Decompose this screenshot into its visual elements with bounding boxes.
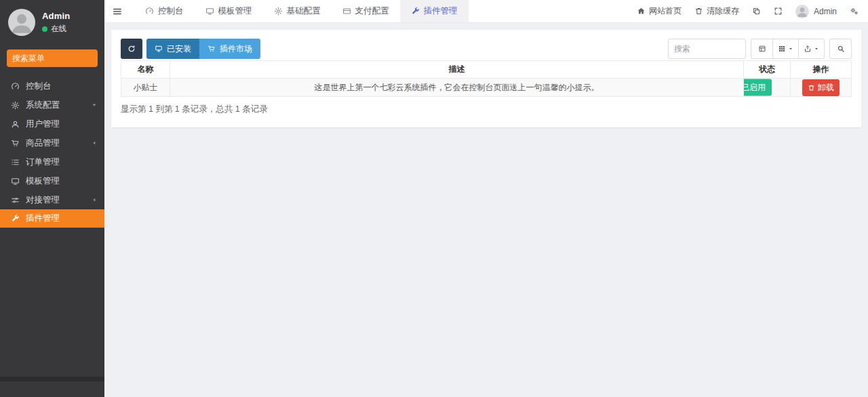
user-meta: Admin 在线 bbox=[42, 11, 70, 34]
card-view-icon bbox=[758, 45, 766, 53]
caret-down-icon bbox=[814, 46, 819, 51]
sidebar-item-label: 用户管理 bbox=[26, 119, 60, 130]
status-enabled-button[interactable]: 已启用 bbox=[744, 79, 772, 96]
copy-icon bbox=[752, 7, 761, 16]
list-icon bbox=[11, 158, 24, 167]
sidebar-item-plugins[interactable]: 插件管理 bbox=[0, 209, 104, 228]
desktop-icon bbox=[155, 45, 163, 53]
tab-payment-config[interactable]: 支付配置 bbox=[332, 0, 400, 22]
wrench-icon bbox=[11, 214, 24, 223]
fullscreen-button[interactable] bbox=[774, 7, 783, 16]
plugin-market-button[interactable]: 插件市场 bbox=[199, 39, 260, 59]
export-button[interactable] bbox=[799, 39, 825, 59]
topnav-tabs: 控制台 模板管理 基础配置 支付配置 插件管理 bbox=[134, 0, 469, 22]
sidebar-item-orders[interactable]: 订单管理 bbox=[0, 152, 104, 171]
tab-basic-config[interactable]: 基础配置 bbox=[263, 0, 332, 22]
columns-button[interactable] bbox=[773, 39, 799, 59]
sidebar-item-system-config[interactable]: 系统配置 bbox=[0, 96, 104, 114]
trash-icon bbox=[694, 7, 703, 16]
column-header-description: 描述 bbox=[170, 61, 744, 79]
sidebar-item-label: 系统配置 bbox=[26, 100, 60, 111]
column-header-actions: 操作 bbox=[791, 61, 852, 79]
sidebar-item-label: 商品管理 bbox=[26, 138, 60, 149]
toolbar-left: 已安装 插件市场 bbox=[121, 39, 260, 59]
export-icon bbox=[804, 45, 812, 53]
columns-icon bbox=[778, 45, 786, 53]
installed-label: 已安装 bbox=[167, 43, 191, 55]
user-panel: Admin 在线 bbox=[0, 0, 104, 44]
tab-templates[interactable]: 模板管理 bbox=[195, 0, 263, 22]
home-icon bbox=[637, 7, 646, 16]
app-root: Admin 在线 控制台 系统配置 bbox=[0, 0, 868, 397]
credit-card-icon bbox=[342, 7, 351, 16]
cogs-icon bbox=[850, 7, 859, 16]
plugin-description-cell: 这是世界上第一个七彩云系统插件，它会在控制台页面送上一句温馨的小提示。 bbox=[170, 79, 744, 97]
sidebar-item-users[interactable]: 用户管理 bbox=[0, 114, 104, 133]
topnav: 控制台 模板管理 基础配置 支付配置 插件管理 网站首页 bbox=[104, 0, 868, 23]
dashboard-icon bbox=[145, 7, 154, 16]
sliders-icon bbox=[11, 196, 24, 205]
installed-button[interactable]: 已安装 bbox=[146, 39, 199, 59]
cart-icon bbox=[208, 45, 216, 53]
cart-icon bbox=[11, 139, 24, 148]
tab-label: 支付配置 bbox=[355, 5, 389, 17]
sidebar: Admin 在线 控制台 系统配置 bbox=[0, 0, 104, 397]
sidebar-item-label: 模板管理 bbox=[26, 175, 60, 187]
avatar bbox=[795, 5, 809, 18]
online-dot bbox=[42, 26, 47, 32]
tab-dashboard[interactable]: 控制台 bbox=[134, 0, 195, 22]
uninstall-button[interactable]: 卸载 bbox=[802, 79, 840, 96]
tab-label: 控制台 bbox=[158, 5, 184, 17]
table-row: 小贴士 这是世界上第一个七彩云系统插件，它会在控制台页面送上一句温馨的小提示。 … bbox=[121, 79, 852, 97]
user-status: 在线 bbox=[42, 24, 70, 34]
sidebar-item-templates[interactable]: 模板管理 bbox=[0, 171, 104, 190]
gear-icon bbox=[11, 101, 24, 110]
plugins-panel: 已安装 插件市场 bbox=[111, 30, 861, 127]
column-header-status: 状态 bbox=[744, 61, 791, 79]
chevron-left-icon bbox=[91, 196, 98, 203]
menu-icon bbox=[113, 7, 122, 16]
refresh-button[interactable] bbox=[121, 39, 142, 59]
chevron-down-icon bbox=[91, 102, 98, 108]
tab-label: 基础配置 bbox=[287, 5, 321, 17]
plugins-table: 名称 描述 状态 操作 小贴士 这是世界上第一个七彩云系统插件，它会在控制台页面… bbox=[121, 60, 852, 97]
sidebar-item-dashboard[interactable]: 控制台 bbox=[0, 77, 104, 96]
table-view-buttons bbox=[751, 39, 825, 59]
tab-label: 模板管理 bbox=[218, 5, 252, 17]
gear-icon bbox=[274, 7, 283, 16]
column-header-name: 名称 bbox=[121, 61, 170, 79]
sidebar-toggle-button[interactable] bbox=[104, 0, 130, 22]
plugin-status-cell: 已启用 bbox=[744, 79, 791, 97]
settings-button[interactable] bbox=[850, 7, 859, 16]
user-menu[interactable]: Admin bbox=[795, 5, 837, 18]
table-toolbar: 已安装 插件市场 bbox=[121, 39, 852, 59]
user-icon bbox=[11, 120, 24, 129]
sidebar-item-label: 插件管理 bbox=[26, 213, 60, 224]
clear-cache-link[interactable]: 清除缓存 bbox=[694, 5, 739, 17]
topnav-right: 网站首页 清除缓存 Admin bbox=[637, 0, 868, 22]
tab-label: 插件管理 bbox=[424, 5, 458, 17]
menu-search-input[interactable] bbox=[7, 49, 123, 67]
tab-plugins[interactable]: 插件管理 bbox=[400, 0, 469, 22]
toolbar-right bbox=[668, 39, 852, 59]
table-header-row: 名称 描述 状态 操作 bbox=[121, 61, 852, 79]
dashboard-icon bbox=[11, 82, 24, 91]
sidebar-item-products[interactable]: 商品管理 bbox=[0, 133, 104, 152]
copy-button[interactable] bbox=[752, 7, 761, 16]
card-view-button[interactable] bbox=[751, 39, 773, 59]
plugin-name-cell: 小贴士 bbox=[121, 79, 170, 97]
table-search-input[interactable] bbox=[668, 39, 746, 59]
site-home-label: 网站首页 bbox=[649, 5, 682, 17]
tv-icon bbox=[11, 177, 24, 186]
toggle-search-button[interactable] bbox=[829, 39, 852, 59]
plugin-view-switch: 已安装 插件市场 bbox=[146, 39, 260, 59]
uninstall-label: 卸载 bbox=[818, 82, 834, 93]
sidebar-item-integrations[interactable]: 对接管理 bbox=[0, 190, 104, 209]
user-status-label: 在线 bbox=[51, 24, 66, 34]
menu-search bbox=[7, 49, 98, 67]
site-home-link[interactable]: 网站首页 bbox=[637, 5, 682, 17]
chevron-left-icon bbox=[91, 140, 98, 146]
pagination-summary: 显示第 1 到第 1 条记录，总共 1 条记录 bbox=[121, 104, 852, 115]
wrench-icon bbox=[411, 7, 420, 16]
sidebar-item-label: 订单管理 bbox=[26, 156, 60, 168]
